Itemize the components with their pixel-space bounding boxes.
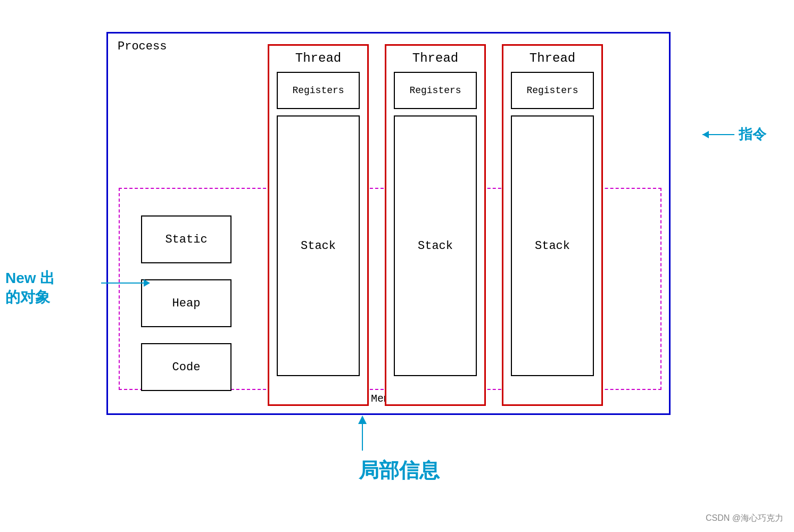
- static-box: Static: [141, 215, 231, 263]
- watermark: CSDN @海心巧克力: [706, 513, 783, 524]
- zhi-ling-annotation: 指令: [702, 125, 766, 144]
- new-arrow: [101, 279, 150, 287]
- thread-col-3: Thread Registers Stack: [502, 44, 603, 406]
- thread3-label: Thread: [503, 46, 601, 65]
- stack-area-3: Stack: [511, 115, 594, 376]
- arrow-up-line: [362, 424, 363, 451]
- new-annotation: New 出的对象: [5, 269, 55, 307]
- registers-box-2: Registers: [394, 72, 477, 109]
- thread1-label: Thread: [269, 46, 367, 65]
- zhi-ling-text: 指令: [739, 125, 766, 144]
- arrow-up-container: [358, 415, 367, 451]
- arrow-up-head: [358, 415, 367, 424]
- jubu-label: 局部信息: [359, 457, 440, 484]
- diagram-container: Process Static Heap Code Memory Thread R…: [106, 32, 692, 436]
- thread-col-1: Thread Registers Stack: [268, 44, 369, 406]
- registers-box-3: Registers: [511, 72, 594, 109]
- thread2-label: Thread: [386, 46, 484, 65]
- process-box: Process Static Heap Code Memory Thread R…: [106, 32, 671, 415]
- stack-area-2: Stack: [394, 115, 477, 376]
- heap-box: Heap: [141, 279, 231, 327]
- new-text: New 出的对象: [5, 269, 55, 307]
- process-label: Process: [118, 40, 167, 53]
- thread-col-2: Thread Registers Stack: [385, 44, 486, 406]
- code-box: Code: [141, 343, 231, 391]
- stack-area-1: Stack: [277, 115, 360, 376]
- registers-box-1: Registers: [277, 72, 360, 109]
